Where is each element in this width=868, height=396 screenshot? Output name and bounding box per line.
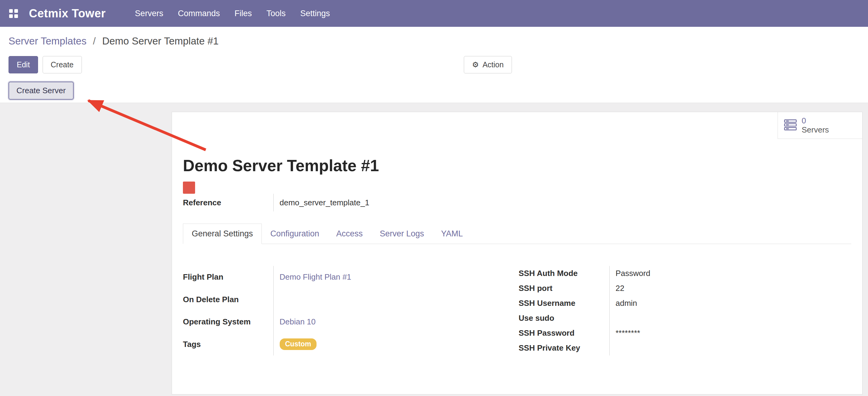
notebook-tabs: General Settings Configuration Access Se… (183, 224, 851, 244)
field-value-ssh-auth-mode: Password (609, 266, 737, 281)
tab-access[interactable]: Access (328, 224, 371, 244)
field-value-ssh-password: ******** (609, 326, 737, 341)
menu-item-servers[interactable]: Servers (127, 0, 170, 27)
field-value-ssh-port: 22 (609, 281, 737, 296)
control-panel: Server Templates / Demo Server Template … (0, 27, 868, 103)
field-label-ssh-private-key: SSH Private Key (519, 341, 609, 356)
stat-button-row: 0 Servers (172, 112, 862, 139)
field-label-ssh-username: SSH Username (519, 296, 609, 311)
page-title: Demo Server Template #1 (183, 156, 851, 175)
field-row-flight-plan: Flight Plan Demo Flight Plan #1 (183, 266, 519, 288)
create-server-button[interactable]: Create Server (8, 82, 74, 100)
field-label-operating-system: Operating System (183, 311, 273, 333)
action-button-label: Action (483, 60, 503, 69)
field-value-ssh-username: admin (609, 296, 737, 311)
edit-button[interactable]: Edit (8, 56, 38, 74)
field-value-reference: demo_server_template_1 (273, 194, 369, 211)
tab-configuration[interactable]: Configuration (262, 224, 328, 244)
field-row-ssh-password: SSH Password ******** (519, 326, 737, 341)
tab-general-settings[interactable]: General Settings (183, 224, 262, 244)
field-label-ssh-password: SSH Password (519, 326, 609, 341)
template-color-swatch (183, 181, 195, 194)
main-menu: Servers Commands Files Tools Settings (127, 0, 337, 27)
field-row-tags: Tags Custom (183, 333, 519, 356)
menu-item-commands[interactable]: Commands (170, 0, 227, 27)
field-value-on-delete-plan (273, 288, 519, 311)
field-row-ssh-auth-mode: SSH Auth Mode Password (519, 266, 737, 281)
form-sheet: 0 Servers Demo Server Template #1 Refere… (172, 112, 863, 394)
flight-plan-link[interactable]: Demo Flight Plan #1 (280, 272, 351, 281)
gear-icon: ⚙ (472, 61, 479, 68)
servers-stat-button[interactable]: 0 Servers (778, 112, 862, 139)
statusbar: Create Server (0, 82, 868, 103)
servers-count-label: Servers (802, 125, 829, 135)
field-row-reference: Reference demo_server_template_1 (183, 194, 369, 211)
menu-item-tools[interactable]: Tools (259, 0, 293, 27)
field-row-on-delete-plan: On Delete Plan (183, 288, 519, 311)
tab-server-logs[interactable]: Server Logs (371, 224, 433, 244)
breadcrumb-current: Demo Server Template #1 (102, 35, 219, 47)
apps-grid-icon[interactable] (9, 9, 18, 18)
breadcrumb-separator: / (93, 35, 96, 47)
field-group-left: Flight Plan Demo Flight Plan #1 On Delet… (183, 266, 519, 356)
action-button[interactable]: ⚙ Action (464, 56, 512, 74)
servers-stack-icon (784, 119, 797, 132)
field-label-reference: Reference (183, 194, 273, 211)
reference-group: Reference demo_server_template_1 (183, 194, 369, 211)
sheet-body: Demo Server Template #1 Reference demo_s… (172, 156, 862, 356)
servers-count-value: 0 (802, 116, 829, 125)
tab-yaml[interactable]: YAML (432, 224, 471, 244)
breadcrumb: Server Templates / Demo Server Template … (0, 27, 868, 48)
field-row-use-sudo: Use sudo (519, 311, 737, 326)
field-value-ssh-private-key (609, 341, 737, 356)
field-label-ssh-auth-mode: SSH Auth Mode (519, 266, 609, 281)
tag-badge-custom: Custom (280, 338, 317, 350)
field-label-on-delete-plan: On Delete Plan (183, 288, 273, 311)
field-row-operating-system: Operating System Debian 10 (183, 311, 519, 333)
field-label-tags: Tags (183, 333, 273, 356)
app-brand[interactable]: Cetmix Tower (29, 7, 105, 20)
breadcrumb-parent-link[interactable]: Server Templates (8, 35, 87, 47)
create-button[interactable]: Create (42, 56, 82, 74)
content-area: 0 Servers Demo Server Template #1 Refere… (0, 103, 868, 396)
field-groups: Flight Plan Demo Flight Plan #1 On Delet… (183, 266, 851, 356)
field-label-ssh-port: SSH port (519, 281, 609, 296)
operating-system-link[interactable]: Debian 10 (280, 317, 316, 326)
field-group-right: SSH Auth Mode Password SSH port 22 SSH U… (519, 266, 737, 356)
button-row: Edit Create ⚙ Action (8, 56, 868, 73)
field-row-ssh-port: SSH port 22 (519, 281, 737, 296)
field-label-flight-plan: Flight Plan (183, 266, 273, 288)
field-row-ssh-private-key: SSH Private Key (519, 341, 737, 356)
field-row-ssh-username: SSH Username admin (519, 296, 737, 311)
menu-item-files[interactable]: Files (227, 0, 259, 27)
field-label-use-sudo: Use sudo (519, 311, 609, 326)
menu-item-settings[interactable]: Settings (293, 0, 337, 27)
field-value-use-sudo (609, 311, 737, 326)
top-navbar: Cetmix Tower Servers Commands Files Tool… (0, 0, 868, 27)
